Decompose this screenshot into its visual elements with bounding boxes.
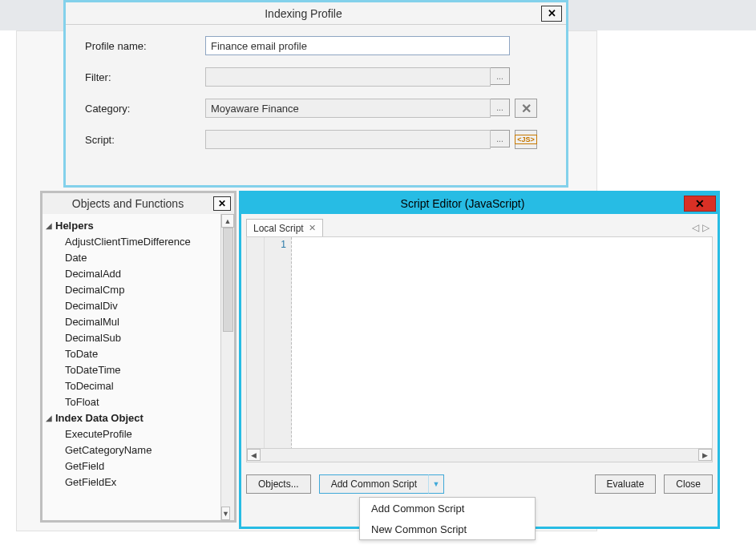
category-browse-button[interactable]: ... (491, 99, 510, 116)
script-tabbar: Local Script ✕ ◁ ▷ (246, 219, 713, 236)
group-label: Helpers (55, 220, 94, 232)
tree-item[interactable]: DecimalMul (65, 313, 234, 329)
line-number: 1 (281, 239, 286, 250)
code-editor[interactable]: 1 ◀ ▶ (246, 236, 713, 462)
tab-prev-button[interactable]: ◁ (692, 222, 699, 233)
x-icon: ✕ (521, 101, 532, 116)
add-common-script-button[interactable]: Add Common Script (319, 474, 428, 494)
marker-column (247, 237, 265, 462)
close-icon: ✕ (218, 198, 226, 209)
indexing-profile-dialog: Indexing Profile ✕ Profile name: Filter:… (63, 0, 568, 188)
tree-item[interactable]: ToDateTime (65, 361, 234, 377)
tree-item[interactable]: GetField (65, 458, 234, 474)
caret-icon: ◢ (44, 221, 54, 230)
tab-local-script[interactable]: Local Script ✕ (246, 219, 323, 236)
indexing-close-button[interactable]: ✕ (541, 6, 562, 22)
menu-item-new-common-script[interactable]: New Common Script (360, 519, 535, 539)
tree-item[interactable]: ToDate (65, 345, 234, 361)
filter-label: Filter: (85, 71, 205, 83)
tree-item[interactable]: ToFloat (65, 394, 234, 410)
editor-gutter: 1 (247, 237, 292, 462)
objects-button[interactable]: Objects... (246, 474, 311, 494)
group-label: Index Data Object (55, 412, 144, 424)
tab-close-icon[interactable]: ✕ (309, 223, 316, 233)
evaluate-button[interactable]: Evaluate (595, 474, 657, 494)
tree-item[interactable]: DecimalAdd (65, 265, 234, 281)
objects-functions-panel: Objects and Functions ✕ ◢ Helpers Adjust… (40, 191, 237, 523)
close-icon: ✕ (695, 197, 705, 210)
script-label: Script: (85, 134, 205, 146)
category-input[interactable]: Moyaware Finance (205, 99, 491, 118)
tree-item[interactable]: DecimalDiv (65, 297, 234, 313)
objects-tree[interactable]: ◢ Helpers AdjustClientTimeDifference Dat… (42, 214, 234, 493)
tree-item[interactable]: GetFieldEx (65, 474, 234, 490)
tree-item[interactable]: ToDecimal (65, 377, 234, 394)
tree-item[interactable]: DecimalCmp (65, 281, 234, 297)
script-js-button[interactable]: <JS> (515, 130, 537, 149)
objects-scrollbar[interactable]: ▲ ▼ (220, 214, 234, 520)
tree-group-index-data[interactable]: ◢ Index Data Object (42, 410, 234, 426)
script-browse-button[interactable]: ... (491, 130, 510, 147)
objects-title: Objects and Functions (42, 197, 213, 210)
tree-item[interactable]: GetCategoryName (65, 442, 234, 458)
category-clear-button[interactable]: ✕ (515, 99, 537, 118)
indexing-titlebar: Indexing Profile ✕ (66, 2, 566, 25)
scroll-thumb[interactable] (223, 228, 233, 332)
hscroll-left-button[interactable]: ◀ (247, 449, 261, 461)
tab-next-button[interactable]: ▷ (702, 222, 710, 233)
tree-item[interactable]: DecimalSub (65, 329, 234, 345)
scroll-down-button[interactable]: ▼ (221, 507, 230, 520)
editor-hscrollbar[interactable]: ◀ ▶ (247, 448, 712, 462)
hscroll-right-button[interactable]: ▶ (698, 449, 712, 461)
profile-name-input[interactable] (205, 36, 510, 55)
js-icon: <JS> (515, 135, 537, 144)
caret-icon: ◢ (44, 414, 54, 422)
scroll-up-button[interactable]: ▲ (221, 214, 234, 228)
script-button-row: Objects... Add Common Script ▼ Evaluate … (246, 474, 713, 495)
filter-input[interactable] (205, 67, 491, 87)
filter-browse-button[interactable]: ... (491, 67, 510, 85)
tree-item[interactable]: AdjustClientTimeDifference (65, 233, 234, 249)
objects-titlebar: Objects and Functions ✕ (42, 193, 234, 214)
menu-item-add-common-script[interactable]: Add Common Script (360, 498, 535, 519)
close-icon: ✕ (548, 7, 556, 19)
add-common-script-splitbutton[interactable]: Add Common Script ▼ (319, 474, 444, 494)
script-close-button[interactable]: ✕ (684, 196, 716, 212)
add-common-script-menu: Add Common Script New Common Script (359, 497, 536, 540)
tab-nav: ◁ ▷ (692, 222, 713, 233)
script-title: Script Editor (JavaScript) (241, 197, 684, 210)
indexing-title: Indexing Profile (66, 7, 541, 20)
tab-label: Local Script (253, 223, 304, 234)
tree-item[interactable]: ExecuteProfile (65, 426, 234, 442)
chevron-down-icon: ▼ (433, 480, 440, 488)
tree-group-helpers[interactable]: ◢ Helpers (42, 217, 234, 233)
script-input[interactable] (205, 130, 491, 149)
category-label: Category: (85, 103, 205, 115)
objects-close-button[interactable]: ✕ (213, 196, 231, 211)
profile-name-label: Profile name: (85, 40, 205, 52)
add-common-script-dropdown-button[interactable]: ▼ (428, 474, 444, 494)
script-editor-window: Script Editor (JavaScript) ✕ Local Scrip… (239, 191, 720, 529)
close-button[interactable]: Close (664, 474, 713, 494)
script-titlebar: Script Editor (JavaScript) ✕ (241, 193, 718, 214)
tree-item[interactable]: Date (65, 249, 234, 265)
